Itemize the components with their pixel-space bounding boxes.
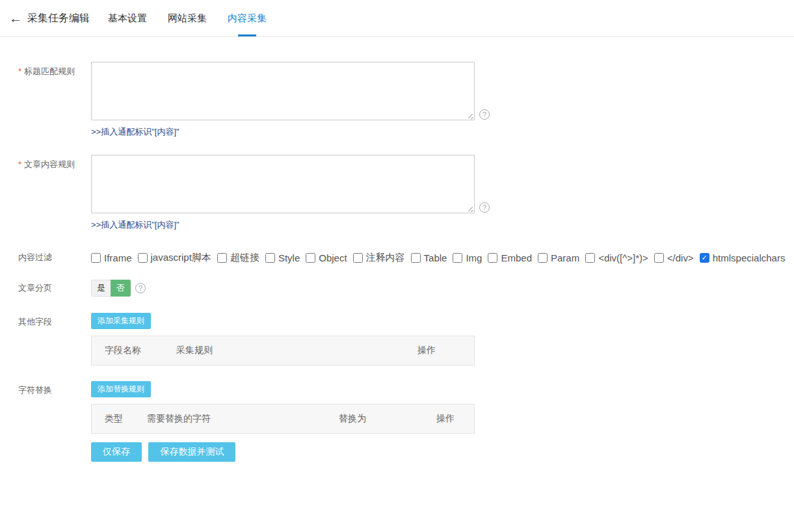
column-header: 字段名称 bbox=[92, 345, 163, 356]
help-icon[interactable]: ? bbox=[479, 202, 490, 213]
tab-网站采集[interactable]: 网站采集 bbox=[157, 0, 217, 36]
add-replace-rule-button[interactable]: 添加替换规则 bbox=[91, 381, 151, 397]
checkbox-label: <div([^>]*)> bbox=[598, 252, 648, 263]
checkbox-label: 注释内容 bbox=[366, 252, 405, 264]
column-header: 需要替换的字符 bbox=[134, 413, 326, 425]
help-icon[interactable]: ? bbox=[135, 283, 146, 293]
checkbox-label: 超链接 bbox=[230, 252, 259, 264]
checkbox-label: Style bbox=[278, 252, 300, 263]
content-collection-form: *标题匹配规则 ? >>插入通配标识"[内容]" *文章内容规则 bbox=[0, 62, 794, 462]
required-asterisk: * bbox=[18, 66, 21, 76]
actions-row: 仅保存 保存数据并测试 bbox=[0, 442, 794, 462]
tab-内容采集[interactable]: 内容采集 bbox=[217, 0, 277, 36]
other-fields-table: 字段名称 采集规则 操作 bbox=[91, 336, 475, 366]
other-fields-table-header: 字段名称 采集规则 操作 bbox=[92, 336, 474, 365]
checkbox-icon[interactable] bbox=[453, 253, 462, 263]
checkbox-label: Iframe bbox=[104, 252, 132, 263]
title-rule-row: *标题匹配规则 ? >>插入通配标识"[内容]" bbox=[0, 62, 794, 138]
filter-option-12[interactable]: ✓ htmlspecialchars bbox=[700, 252, 786, 263]
filter-option-0[interactable]: Iframe bbox=[91, 252, 132, 263]
content-filter-row: 内容过滤 Iframe javascript脚本 超链接 Style Objec… bbox=[0, 252, 794, 264]
content-rule-textarea[interactable] bbox=[91, 155, 475, 213]
header: ← 采集任务编辑 基本设置网站采集内容采集 bbox=[0, 0, 794, 37]
tabs: 基本设置网站采集内容采集 bbox=[98, 0, 277, 36]
char-replace-table-header: 类型 需要替换的字符 替换为 操作 bbox=[92, 405, 474, 433]
tab-label: 基本设置 bbox=[108, 12, 147, 25]
filter-option-1[interactable]: javascript脚本 bbox=[138, 252, 211, 264]
pagination-label: 文章分页 bbox=[0, 282, 91, 294]
tab-label: 内容采集 bbox=[228, 12, 267, 25]
checkbox-icon[interactable] bbox=[585, 253, 595, 263]
title-rule-label: *标题匹配规则 bbox=[0, 62, 91, 138]
checkbox-label: Img bbox=[466, 252, 482, 263]
checkbox-icon[interactable] bbox=[538, 253, 548, 263]
column-header: 类型 bbox=[92, 413, 134, 425]
save-only-button[interactable]: 仅保存 bbox=[91, 442, 142, 462]
checkbox-label: Table bbox=[424, 252, 447, 263]
add-collect-rule-button[interactable]: 添加采集规则 bbox=[91, 313, 151, 329]
checkbox-label: javascript脚本 bbox=[151, 252, 211, 264]
column-header: 采集规则 bbox=[163, 345, 404, 356]
checkbox-label: Embed bbox=[501, 252, 532, 263]
page-title: 采集任务编辑 bbox=[27, 12, 90, 25]
resize-handle-icon[interactable] bbox=[467, 206, 473, 212]
title-rule-textarea[interactable] bbox=[91, 62, 475, 120]
resize-handle-icon[interactable] bbox=[467, 113, 473, 119]
checkbox-label: Param bbox=[551, 252, 579, 263]
pagination-yes-button[interactable]: 是 bbox=[91, 280, 111, 297]
filter-option-6[interactable]: Table bbox=[411, 252, 447, 263]
char-replace-table: 类型 需要替换的字符 替换为 操作 bbox=[91, 404, 475, 434]
pagination-toggle: 是 否 bbox=[91, 280, 131, 297]
content-rule-label: *文章内容规则 bbox=[0, 155, 91, 231]
other-fields-row: 其他字段 添加采集规则 字段名称 采集规则 操作 bbox=[0, 313, 794, 366]
checkbox-icon[interactable] bbox=[488, 253, 497, 263]
filter-option-9[interactable]: Param bbox=[538, 252, 579, 263]
other-fields-label: 其他字段 bbox=[0, 313, 91, 366]
insert-wildcard-link[interactable]: >>插入通配标识"[内容]" bbox=[91, 126, 179, 138]
checkbox-icon[interactable] bbox=[91, 253, 101, 263]
filter-option-10[interactable]: <div([^>]*)> bbox=[585, 252, 648, 263]
checkbox-icon[interactable] bbox=[306, 253, 315, 263]
checkbox-icon[interactable] bbox=[265, 253, 275, 263]
column-header: 操作 bbox=[423, 413, 474, 425]
checkbox-icon[interactable]: ✓ bbox=[700, 253, 709, 263]
content-filter-label: 内容过滤 bbox=[0, 252, 91, 263]
insert-wildcard-link[interactable]: >>插入通配标识"[内容]" bbox=[91, 219, 179, 231]
filter-option-11[interactable]: </div> bbox=[654, 252, 694, 263]
checkbox-icon[interactable] bbox=[654, 253, 664, 263]
checkbox-label: </div> bbox=[667, 252, 694, 263]
filter-option-3[interactable]: Style bbox=[265, 252, 300, 263]
save-and-test-button[interactable]: 保存数据并测试 bbox=[148, 442, 235, 462]
checkbox-label: htmlspecialchars bbox=[713, 252, 786, 263]
char-replace-row: 字符替换 添加替换规则 类型 需要替换的字符 替换为 操作 bbox=[0, 381, 794, 434]
filter-option-7[interactable]: Img bbox=[453, 252, 482, 263]
filter-option-5[interactable]: 注释内容 bbox=[353, 252, 405, 264]
required-asterisk: * bbox=[18, 159, 21, 169]
column-header: 替换为 bbox=[326, 413, 423, 425]
help-icon[interactable]: ? bbox=[479, 109, 490, 120]
filter-option-2[interactable]: 超链接 bbox=[217, 252, 259, 264]
content-filter-options: Iframe javascript脚本 超链接 Style Object 注释内… bbox=[91, 252, 791, 264]
filter-option-4[interactable]: Object bbox=[306, 252, 347, 263]
pagination-row: 文章分页 是 否 ? bbox=[0, 280, 794, 297]
filter-option-8[interactable]: Embed bbox=[488, 252, 532, 263]
content-rule-row: *文章内容规则 ? >>插入通配标识"[内容]" bbox=[0, 155, 794, 231]
checkbox-icon[interactable] bbox=[217, 253, 227, 263]
pagination-no-button[interactable]: 否 bbox=[111, 280, 131, 297]
column-header: 操作 bbox=[404, 345, 474, 356]
char-replace-label: 字符替换 bbox=[0, 381, 91, 434]
tab-基本设置[interactable]: 基本设置 bbox=[98, 0, 157, 36]
checkbox-icon[interactable] bbox=[138, 253, 148, 263]
back-arrow-icon[interactable]: ← bbox=[9, 12, 23, 25]
checkbox-label: Object bbox=[319, 252, 347, 263]
checkbox-icon[interactable] bbox=[411, 253, 421, 263]
checkbox-icon[interactable] bbox=[353, 253, 363, 263]
tab-label: 网站采集 bbox=[168, 12, 207, 25]
